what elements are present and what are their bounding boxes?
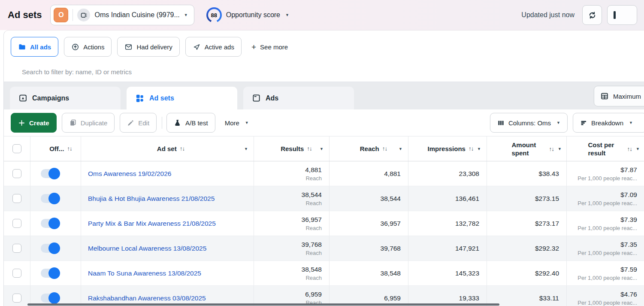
results-cell: 38,548 Reach [254, 261, 330, 285]
sort-arrows-icon [307, 145, 312, 152]
cost-per-result-sublabel: Per 1,000 people reac... [577, 200, 637, 206]
reach-cell: 38,544 [330, 186, 408, 211]
columns-button-label: Columns: Oms [508, 119, 551, 127]
ad-set-toggle[interactable] [41, 269, 59, 278]
edit-button[interactable]: Edit [120, 113, 157, 133]
ad-set-toggle[interactable] [41, 294, 59, 303]
column-header-label: Amount spent [512, 140, 553, 158]
filter-chip-had-delivery[interactable]: Had delivery [117, 37, 179, 57]
reach-value: 36,957 [381, 220, 401, 227]
refresh-button[interactable] [582, 5, 602, 25]
column-header-impressions[interactable]: Impressions [408, 136, 487, 161]
amount-spent-value: $33.11 [539, 294, 559, 302]
toggle-knob [48, 193, 60, 204]
row-checkbox[interactable] [12, 194, 21, 203]
tab-ad-sets[interactable]: Ad sets [127, 87, 237, 109]
cost-per-result-cell: $7.09 Per 1,000 people reac... [567, 186, 644, 211]
more-button[interactable]: More [221, 113, 253, 133]
toggle-knob [48, 267, 60, 279]
column-header-ad-set[interactable]: Ad set [81, 136, 254, 161]
duplicate-button[interactable]: Duplicate [62, 113, 115, 133]
tab-ads[interactable]: Ads [243, 87, 354, 109]
cost-per-result-sublabel: Per 1,000 people reac... [577, 250, 637, 256]
ad-set-toggle[interactable] [41, 219, 59, 228]
toggle-knob [48, 242, 60, 254]
select-all-checkbox[interactable] [12, 144, 21, 153]
cost-per-result-value: $7.35 [620, 241, 637, 248]
row-toggle-cell [30, 261, 81, 285]
duplicate-icon [69, 119, 77, 127]
create-button[interactable]: Create [11, 113, 57, 133]
ad-set-name-link[interactable]: Naam To Suna Awareness 13/08/2025 [88, 270, 254, 277]
amount-spent-cell: $273.15 [487, 186, 567, 211]
ad-set-name-link[interactable]: Party Mix & Bar Mix Awareness 21/08/2025 [88, 220, 254, 227]
row-checkbox[interactable] [12, 294, 21, 303]
maximum-button[interactable]: Maximum [594, 86, 644, 106]
divider [73, 9, 73, 21]
column-header-label: Reach [360, 145, 379, 152]
opportunity-score-label: Opportunity score [226, 11, 280, 19]
impressions-value: 136,461 [455, 195, 479, 203]
page-title: Ad sets [8, 9, 42, 21]
chevron-down-icon [477, 147, 481, 151]
results-sublabel: Reach [305, 250, 322, 256]
account-avatar: O [54, 8, 68, 22]
ad-set-toggle[interactable] [41, 169, 59, 178]
horizontal-scrollbar[interactable] [27, 303, 499, 306]
column-header-results[interactable]: Results [254, 136, 330, 161]
cost-per-result-sublabel: Per 1,000 people reac... [577, 275, 637, 281]
filter-chip-actions[interactable]: Actions [64, 37, 112, 57]
top-bar: Ad sets O Oms Indian Cuisine (9979... 88… [0, 0, 644, 30]
cost-per-result-value: $7.59 [620, 266, 637, 273]
table-row: Rakshabandhan Awareness 03/08/2025 6,959… [4, 286, 644, 306]
row-toggle-cell [30, 161, 81, 186]
toolbar-right: Columns: Oms Breakdown [490, 113, 644, 133]
ad-set-name-link[interactable]: Oms Awareness 19/02/2026 [88, 170, 254, 178]
column-header-reach[interactable]: Reach [330, 136, 408, 161]
pencil-icon [127, 119, 134, 127]
ad-set-name-cell: Party Mix & Bar Mix Awareness 21/08/2025 [81, 211, 254, 236]
column-header-amount-spent[interactable]: Amount spent [487, 136, 567, 161]
cost-per-result-cell: $7.59 Per 1,000 people reac... [567, 261, 644, 285]
column-header-off[interactable]: Off... [30, 136, 81, 161]
tab-campaigns[interactable]: Campaigns [10, 87, 121, 109]
row-checkbox[interactable] [12, 169, 21, 178]
ab-test-button[interactable]: A/B test [166, 113, 215, 133]
row-checkbox[interactable] [12, 244, 21, 253]
more-button-label: More [225, 119, 239, 127]
ad-set-name-link[interactable]: Rakshabandhan Awareness 03/08/2025 [88, 294, 254, 302]
ad-set-name-link[interactable]: Melbourne Local Awareness 13/08/2025 [88, 245, 254, 252]
ab-test-button-label: A/B test [185, 119, 208, 127]
impressions-cell: 147,921 [408, 236, 487, 261]
see-more-button[interactable]: See more [247, 43, 292, 51]
impressions-cell: 23,308 [408, 161, 487, 186]
ad-set-toggle[interactable] [41, 194, 59, 203]
ad-set-name-link[interactable]: Bhujia & Hot Bhujia Awareness 21/08/2025 [88, 195, 254, 203]
search-input[interactable] [4, 62, 644, 82]
breakdown-button[interactable]: Breakdown [573, 113, 644, 133]
opportunity-score[interactable]: 88 Opportunity score [206, 7, 289, 23]
edge-cutoff-button[interactable] [607, 5, 637, 25]
impressions-value: 19,333 [459, 294, 479, 302]
breakdown-icon [580, 119, 587, 127]
reach-cell: 4,881 [330, 161, 408, 186]
impressions-value: 23,308 [459, 170, 479, 178]
filter-chip-all-ads[interactable]: All ads [11, 37, 58, 57]
chevron-down-icon [399, 147, 402, 151]
table-body: Oms Awareness 19/02/2026 4,881 Reach 4,8… [4, 161, 644, 306]
campaigns-folder-icon [18, 94, 27, 103]
filter-chip-active-ads[interactable]: Active ads [185, 37, 242, 57]
toggle-knob [48, 168, 60, 179]
row-checkbox-cell [4, 261, 30, 285]
column-header-cost-per-result[interactable]: Cost per result [567, 136, 644, 161]
amount-spent-value: $38.43 [539, 170, 559, 178]
amount-spent-value: $292.40 [535, 270, 559, 277]
row-toggle-cell [30, 211, 81, 236]
columns-button[interactable]: Columns: Oms [490, 113, 568, 133]
row-checkbox[interactable] [12, 269, 21, 278]
row-checkbox[interactable] [12, 219, 21, 228]
amount-spent-cell: $292.32 [487, 236, 567, 261]
ad-set-toggle[interactable] [41, 244, 59, 253]
impressions-cell: 132,782 [408, 211, 487, 236]
account-selector[interactable]: O Oms Indian Cuisine (9979... [50, 5, 194, 25]
